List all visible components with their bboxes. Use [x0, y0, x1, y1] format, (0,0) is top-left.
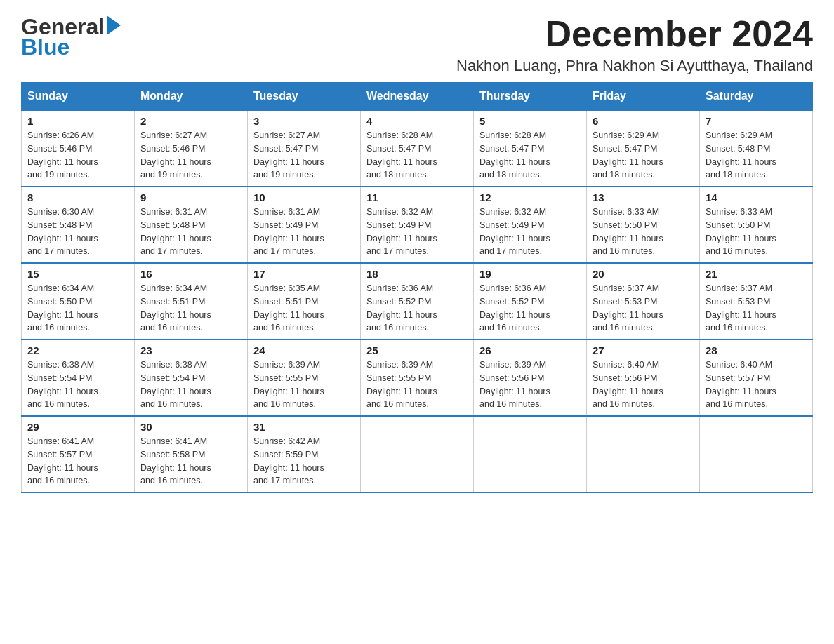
day-number-7: 7	[706, 115, 807, 127]
day-cell-3: 3Sunrise: 6:27 AMSunset: 5:47 PMDaylight…	[248, 110, 361, 187]
main-title: December 2024	[456, 14, 813, 54]
day-info-31: Sunrise: 6:42 AMSunset: 5:59 PMDaylight:…	[253, 435, 355, 488]
day-cell-25: 25Sunrise: 6:39 AMSunset: 5:55 PMDayligh…	[361, 340, 474, 416]
day-info-17: Sunrise: 6:35 AMSunset: 5:51 PMDaylight:…	[253, 282, 355, 335]
subtitle: Nakhon Luang, Phra Nakhon Si Ayutthaya, …	[456, 57, 813, 75]
day-cell-7: 7Sunrise: 6:29 AMSunset: 5:48 PMDaylight…	[700, 110, 813, 187]
day-number-30: 30	[140, 421, 241, 433]
day-info-19: Sunrise: 6:36 AMSunset: 5:52 PMDaylight:…	[479, 282, 581, 335]
day-cell-21: 21Sunrise: 6:37 AMSunset: 5:53 PMDayligh…	[700, 263, 813, 340]
day-info-6: Sunrise: 6:29 AMSunset: 5:47 PMDaylight:…	[593, 129, 694, 182]
logo: General Blue	[21, 14, 121, 60]
day-number-17: 17	[253, 268, 355, 280]
week-row-2: 8Sunrise: 6:30 AMSunset: 5:48 PMDaylight…	[22, 187, 813, 263]
day-cell-24: 24Sunrise: 6:39 AMSunset: 5:55 PMDayligh…	[248, 340, 361, 416]
day-info-12: Sunrise: 6:32 AMSunset: 5:49 PMDaylight:…	[479, 206, 581, 258]
day-info-29: Sunrise: 6:41 AMSunset: 5:57 PMDaylight:…	[27, 435, 128, 488]
day-number-9: 9	[140, 192, 241, 203]
day-number-14: 14	[706, 192, 807, 203]
header-tuesday: Tuesday	[248, 83, 361, 111]
day-info-22: Sunrise: 6:38 AMSunset: 5:54 PMDaylight:…	[27, 358, 128, 411]
calendar-header-row: SundayMondayTuesdayWednesdayThursdayFrid…	[22, 83, 813, 111]
day-number-15: 15	[27, 268, 128, 280]
day-cell-16: 16Sunrise: 6:34 AMSunset: 5:51 PMDayligh…	[135, 263, 248, 340]
day-cell-18: 18Sunrise: 6:36 AMSunset: 5:52 PMDayligh…	[361, 263, 474, 340]
day-cell-20: 20Sunrise: 6:37 AMSunset: 5:53 PMDayligh…	[587, 263, 700, 340]
calendar-table: SundayMondayTuesdayWednesdayThursdayFrid…	[21, 82, 813, 493]
day-cell-13: 13Sunrise: 6:33 AMSunset: 5:50 PMDayligh…	[587, 187, 700, 263]
day-number-3: 3	[253, 115, 355, 127]
day-info-24: Sunrise: 6:39 AMSunset: 5:55 PMDaylight:…	[253, 358, 355, 411]
day-number-26: 26	[479, 344, 581, 356]
day-number-28: 28	[706, 344, 807, 356]
header-monday: Monday	[135, 83, 248, 111]
day-number-13: 13	[593, 192, 694, 203]
day-info-27: Sunrise: 6:40 AMSunset: 5:56 PMDaylight:…	[593, 358, 694, 411]
day-number-20: 20	[593, 268, 694, 280]
page-header: General Blue December 2024 Nakhon Luang,…	[21, 14, 813, 75]
day-info-13: Sunrise: 6:33 AMSunset: 5:50 PMDaylight:…	[593, 206, 694, 258]
day-number-21: 21	[706, 268, 807, 280]
week-row-1: 1Sunrise: 6:26 AMSunset: 5:46 PMDaylight…	[22, 110, 813, 187]
day-info-14: Sunrise: 6:33 AMSunset: 5:50 PMDaylight:…	[706, 206, 807, 258]
day-info-26: Sunrise: 6:39 AMSunset: 5:56 PMDaylight:…	[479, 358, 581, 411]
day-info-28: Sunrise: 6:40 AMSunset: 5:57 PMDaylight:…	[706, 358, 807, 411]
empty-cell	[700, 416, 813, 492]
day-info-7: Sunrise: 6:29 AMSunset: 5:48 PMDaylight:…	[706, 129, 807, 182]
day-cell-12: 12Sunrise: 6:32 AMSunset: 5:49 PMDayligh…	[474, 187, 587, 263]
day-cell-2: 2Sunrise: 6:27 AMSunset: 5:46 PMDaylight…	[135, 110, 248, 187]
day-number-2: 2	[140, 115, 241, 127]
header-wednesday: Wednesday	[361, 83, 474, 111]
day-cell-17: 17Sunrise: 6:35 AMSunset: 5:51 PMDayligh…	[248, 263, 361, 340]
day-number-31: 31	[253, 421, 355, 433]
day-cell-29: 29Sunrise: 6:41 AMSunset: 5:57 PMDayligh…	[22, 416, 135, 492]
day-info-21: Sunrise: 6:37 AMSunset: 5:53 PMDaylight:…	[706, 282, 807, 335]
week-row-3: 15Sunrise: 6:34 AMSunset: 5:50 PMDayligh…	[22, 263, 813, 340]
day-number-29: 29	[27, 421, 128, 433]
empty-cell	[587, 416, 700, 492]
day-info-5: Sunrise: 6:28 AMSunset: 5:47 PMDaylight:…	[479, 129, 581, 182]
day-cell-1: 1Sunrise: 6:26 AMSunset: 5:46 PMDaylight…	[22, 110, 135, 187]
day-number-11: 11	[366, 192, 468, 203]
day-info-30: Sunrise: 6:41 AMSunset: 5:58 PMDaylight:…	[140, 435, 241, 488]
day-info-11: Sunrise: 6:32 AMSunset: 5:49 PMDaylight:…	[366, 206, 468, 258]
day-number-5: 5	[479, 115, 581, 127]
day-cell-11: 11Sunrise: 6:32 AMSunset: 5:49 PMDayligh…	[361, 187, 474, 263]
day-cell-5: 5Sunrise: 6:28 AMSunset: 5:47 PMDaylight…	[474, 110, 587, 187]
day-info-3: Sunrise: 6:27 AMSunset: 5:47 PMDaylight:…	[253, 129, 355, 182]
header-sunday: Sunday	[22, 83, 135, 111]
day-number-24: 24	[253, 344, 355, 356]
day-cell-22: 22Sunrise: 6:38 AMSunset: 5:54 PMDayligh…	[22, 340, 135, 416]
day-cell-8: 8Sunrise: 6:30 AMSunset: 5:48 PMDaylight…	[22, 187, 135, 263]
day-cell-9: 9Sunrise: 6:31 AMSunset: 5:48 PMDaylight…	[135, 187, 248, 263]
day-info-25: Sunrise: 6:39 AMSunset: 5:55 PMDaylight:…	[366, 358, 468, 411]
day-cell-19: 19Sunrise: 6:36 AMSunset: 5:52 PMDayligh…	[474, 263, 587, 340]
day-cell-27: 27Sunrise: 6:40 AMSunset: 5:56 PMDayligh…	[587, 340, 700, 416]
day-info-18: Sunrise: 6:36 AMSunset: 5:52 PMDaylight:…	[366, 282, 468, 335]
day-number-1: 1	[27, 115, 128, 127]
day-number-16: 16	[140, 268, 241, 280]
title-block: December 2024 Nakhon Luang, Phra Nakhon …	[456, 14, 813, 75]
day-cell-6: 6Sunrise: 6:29 AMSunset: 5:47 PMDaylight…	[587, 110, 700, 187]
header-saturday: Saturday	[700, 83, 813, 111]
day-number-22: 22	[27, 344, 128, 356]
day-info-20: Sunrise: 6:37 AMSunset: 5:53 PMDaylight:…	[593, 282, 694, 335]
day-cell-14: 14Sunrise: 6:33 AMSunset: 5:50 PMDayligh…	[700, 187, 813, 263]
day-info-16: Sunrise: 6:34 AMSunset: 5:51 PMDaylight:…	[140, 282, 241, 335]
day-cell-30: 30Sunrise: 6:41 AMSunset: 5:58 PMDayligh…	[135, 416, 248, 492]
day-number-25: 25	[366, 344, 468, 356]
week-row-5: 29Sunrise: 6:41 AMSunset: 5:57 PMDayligh…	[22, 416, 813, 492]
logo-blue-text: Blue	[21, 34, 70, 60]
day-cell-28: 28Sunrise: 6:40 AMSunset: 5:57 PMDayligh…	[700, 340, 813, 416]
day-number-8: 8	[27, 192, 128, 203]
day-info-23: Sunrise: 6:38 AMSunset: 5:54 PMDaylight:…	[140, 358, 241, 411]
day-number-27: 27	[593, 344, 694, 356]
day-info-1: Sunrise: 6:26 AMSunset: 5:46 PMDaylight:…	[27, 129, 128, 182]
day-cell-10: 10Sunrise: 6:31 AMSunset: 5:49 PMDayligh…	[248, 187, 361, 263]
day-number-4: 4	[366, 115, 468, 127]
day-info-8: Sunrise: 6:30 AMSunset: 5:48 PMDaylight:…	[27, 206, 128, 258]
header-friday: Friday	[587, 83, 700, 111]
day-number-6: 6	[593, 115, 694, 127]
empty-cell	[474, 416, 587, 492]
day-number-12: 12	[479, 192, 581, 203]
